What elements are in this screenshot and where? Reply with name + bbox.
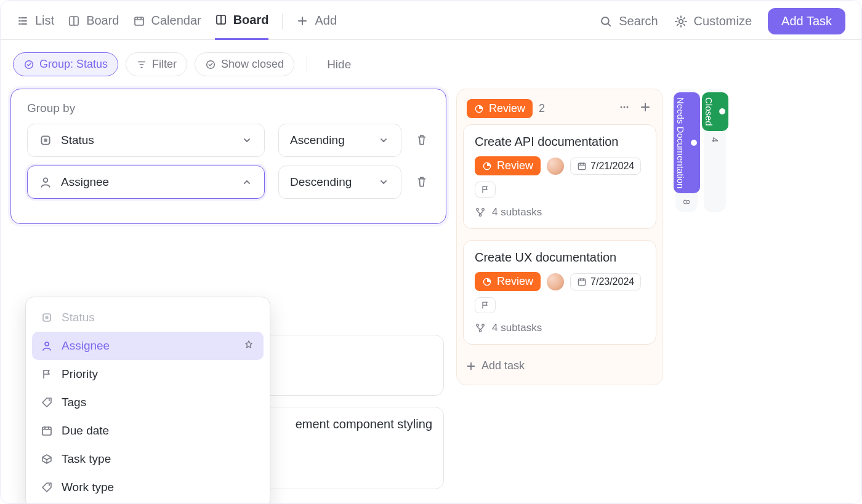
trash-icon [415,133,429,146]
view-board-active[interactable]: Board [215,12,269,40]
group-by-title: Group by [27,102,430,115]
customize-button[interactable]: Customize [674,14,752,37]
priority-flag[interactable] [475,182,496,198]
group-status-chip[interactable]: Group: Status [13,52,118,76]
view-label: Calendar [151,14,201,28]
group-row-2: Assignee Descending [27,166,430,199]
user-icon [41,340,53,352]
group-field-dropdown: Status Assignee Priority Tags Due date T… [25,297,270,504]
group-field-select-2[interactable]: Assignee [27,166,265,199]
view-label: List [35,14,54,28]
dots-icon [618,101,630,113]
chip-label: Show closed [221,58,284,71]
calendar-icon [41,425,53,437]
chip-label: Filter [152,58,177,71]
search-button[interactable]: Search [599,14,658,37]
column-count: 4 [710,137,720,142]
task-card[interactable]: Create UX documentation Review 7/23/2024… [463,240,656,345]
chevron-down-icon [377,134,390,146]
view-list[interactable]: List [17,12,54,40]
task-title: Create UX documentation [475,250,645,265]
clock-icon [718,107,727,116]
status-pill-review: Review [475,156,541,175]
column-header-pill[interactable]: Review [467,99,533,118]
due-date[interactable]: 7/21/2024 [570,158,641,175]
dropdown-option-task-type[interactable]: Task type [32,445,264,473]
task-card[interactable]: Create API documentation Review 7/21/202… [463,124,656,229]
hide-button[interactable]: Hide [320,53,358,76]
user-icon [39,175,52,189]
trash-icon [415,175,429,188]
add-task-cta[interactable]: Add Task [768,8,845,34]
check-circle-icon [23,59,34,70]
plus-icon [296,15,308,27]
divider [307,56,307,73]
tag-icon [41,396,53,409]
branch-icon [475,322,486,334]
add-view[interactable]: Add [296,12,337,40]
group-sort-select-1[interactable]: Ascending [278,124,401,157]
column-menu[interactable] [617,100,632,118]
view-label: Board [233,13,269,27]
board-icon [68,15,80,27]
column-add[interactable] [638,100,653,118]
column-needs-documentation-collapsed[interactable]: Needs Documentation 8 [675,89,698,212]
search-label: Search [619,14,658,28]
gear-icon [674,15,688,28]
filter-chip[interactable]: Filter [126,52,187,76]
list-icon [17,15,29,27]
check-circle-icon [205,59,216,70]
cube-icon [41,453,53,465]
subtasks-line[interactable]: 4 subtasks [475,322,645,334]
plus-icon [465,361,477,372]
delete-group-1[interactable] [415,133,429,148]
divider [282,14,283,30]
flag-icon [480,300,490,310]
chip-label: Group: Status [39,58,108,71]
dropdown-option-work-type[interactable]: Work type [32,473,264,502]
delete-group-2[interactable] [415,175,429,190]
customize-label: Customize [694,14,752,28]
flag-icon [480,185,490,194]
group-sort-select-2[interactable]: Descending [278,166,401,199]
pin-icon [243,340,255,352]
plus-icon [639,101,651,113]
view-label: Board [86,14,119,28]
board-icon [215,14,227,26]
progress-icon [474,104,484,114]
chevron-down-icon [241,134,253,146]
group-row-1: Status Ascending [27,124,430,157]
avatar[interactable] [547,158,564,175]
due-date[interactable]: 7/23/2024 [570,273,641,290]
clock-icon [690,138,698,147]
calendar-icon [577,277,587,287]
select-value: Assignee [61,175,109,189]
calendar-icon [133,15,145,27]
subtasks-line[interactable]: 4 subtasks [475,206,645,218]
view-calendar[interactable]: Calendar [133,12,201,40]
dropdown-option-due-date[interactable]: Due date [32,417,264,445]
dropdown-option-priority[interactable]: Priority [32,360,264,388]
status-pill-review: Review [475,272,541,291]
progress-icon [482,161,492,171]
column-count: 2 [539,102,545,115]
group-by-panel: Group by Status Ascending Assignee [10,89,446,224]
add-task-review[interactable]: Add task [463,356,656,376]
column-closed-collapsed[interactable]: Closed 4 [704,89,726,212]
dropdown-option-assignee[interactable]: Assignee [32,332,264,360]
calendar-icon [577,161,587,171]
avatar[interactable] [547,273,564,290]
select-value: Descending [290,175,352,189]
tag-icon [41,481,53,494]
status-icon [41,311,53,324]
task-title: Create API documentation [475,135,645,149]
column-pill: Needs Documentation [674,92,700,193]
group-field-select-1[interactable]: Status [27,124,265,157]
column-count: 8 [682,199,692,204]
flag-icon [41,368,53,380]
priority-flag[interactable] [475,297,496,313]
dropdown-option-tags[interactable]: Tags [32,388,264,417]
view-board-1[interactable]: Board [68,12,119,40]
show-closed-chip[interactable]: Show closed [195,52,294,76]
search-icon [599,15,613,28]
